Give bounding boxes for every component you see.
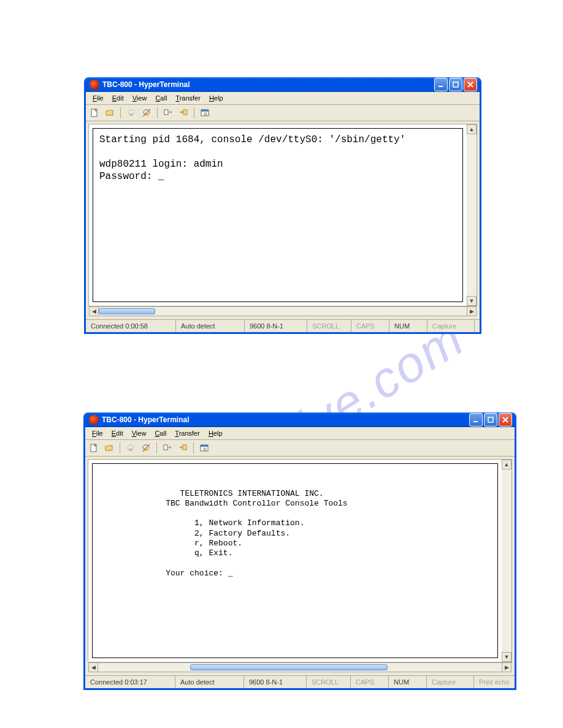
status-connected: Connected 0:03:17: [85, 676, 175, 688]
status-port: 9600 8-N-1: [245, 320, 307, 332]
toolbar-divider: [157, 107, 158, 118]
menubar: File Edit View Call Transfer Help: [86, 92, 480, 105]
menu-help[interactable]: Help: [204, 428, 227, 438]
toolbar: [86, 105, 480, 121]
menu-file[interactable]: File: [88, 428, 107, 438]
scroll-up-button[interactable]: ▲: [467, 124, 477, 134]
svg-rect-0: [439, 86, 443, 87]
terminal-output: TELETRONICS INTERNATIONAL INC. TBC Bandw…: [93, 464, 497, 578]
scroll-left-button[interactable]: ◀: [89, 306, 99, 316]
status-num: NUM: [389, 676, 427, 688]
properties-icon[interactable]: [199, 107, 211, 119]
menu-transfer[interactable]: Transfer: [171, 93, 205, 103]
horizontal-scrollbar[interactable]: [98, 662, 502, 672]
svg-rect-13: [473, 421, 478, 422]
horizontal-thumb[interactable]: [99, 308, 155, 314]
svg-rect-24: [201, 445, 208, 447]
window-title: TBC-800 - HyperTerminal: [102, 80, 434, 89]
horizontal-scrollbar[interactable]: [99, 306, 467, 316]
maximize-button[interactable]: [449, 78, 462, 91]
statusbar: Connected 0:03:17 Auto detect 9600 8-N-1…: [85, 675, 515, 688]
menu-help[interactable]: Help: [205, 93, 228, 103]
send-icon[interactable]: [162, 107, 174, 119]
status-printecho: Print echo: [475, 320, 481, 332]
svg-rect-9: [183, 110, 187, 115]
disconnect-icon[interactable]: [140, 442, 152, 454]
receive-icon[interactable]: [177, 442, 189, 454]
titlebar[interactable]: TBC-800 - HyperTerminal: [85, 412, 515, 427]
svg-rect-22: [183, 445, 186, 450]
toolbar-divider: [120, 442, 120, 453]
status-autodetect: Auto detect: [176, 320, 245, 332]
toolbar-divider: [194, 107, 194, 118]
svg-rect-8: [164, 110, 168, 115]
status-caps: CAPS: [351, 320, 389, 332]
connect-icon: [125, 107, 137, 119]
app-icon: [89, 415, 99, 425]
svg-rect-4: [129, 113, 133, 116]
minimize-button[interactable]: [469, 413, 483, 427]
open-icon[interactable]: [103, 442, 115, 454]
svg-rect-11: [201, 110, 209, 112]
open-icon[interactable]: [104, 107, 116, 119]
new-icon[interactable]: [88, 442, 100, 454]
status-port: 9600 8-N-1: [244, 676, 307, 688]
svg-rect-1: [453, 82, 458, 87]
hyperterminal-window-2: TBC-800 - HyperTerminal File Edit View C…: [83, 412, 516, 690]
scroll-down-button[interactable]: ▼: [467, 296, 477, 306]
terminal-area[interactable]: Starting pid 1684, console /dev/ttyS0: '…: [88, 124, 477, 306]
minimize-button[interactable]: [434, 78, 448, 91]
statusbar: Connected 0:00:58 Auto detect 9600 8-N-1…: [86, 319, 480, 332]
menubar: File Edit View Call Transfer Help: [85, 427, 515, 440]
hyperterminal-window-1: TBC-800 - HyperTerminal File Edit View C…: [84, 77, 481, 334]
horizontal-thumb[interactable]: [190, 664, 388, 670]
status-connected: Connected 0:00:58: [86, 320, 176, 332]
close-button[interactable]: [464, 78, 477, 91]
svg-rect-14: [488, 417, 493, 422]
receive-icon[interactable]: [177, 107, 190, 119]
toolbar-divider: [193, 442, 194, 453]
close-button[interactable]: [499, 413, 512, 427]
scroll-right-button[interactable]: ▶: [467, 306, 477, 316]
menu-edit[interactable]: Edit: [107, 428, 128, 438]
status-num: NUM: [389, 320, 427, 332]
scroll-left-button[interactable]: ◀: [88, 662, 98, 672]
menu-file[interactable]: File: [88, 93, 108, 103]
connect-icon: [124, 442, 137, 454]
menu-view[interactable]: View: [128, 428, 151, 438]
send-icon[interactable]: [161, 442, 174, 454]
menu-call[interactable]: Call: [150, 428, 170, 438]
scroll-down-button[interactable]: ▼: [502, 652, 511, 662]
menu-edit[interactable]: Edit: [108, 93, 128, 103]
status-capture: Capture: [427, 320, 475, 332]
status-caps: CAPS: [351, 676, 389, 688]
status-scroll: SCROLL: [307, 676, 351, 688]
vertical-scrollbar[interactable]: [467, 134, 477, 296]
new-icon[interactable]: [88, 107, 101, 119]
maximize-button[interactable]: [484, 413, 497, 427]
menu-view[interactable]: View: [128, 93, 151, 103]
scroll-up-button[interactable]: ▲: [502, 460, 511, 469]
terminal-area[interactable]: TELETRONICS INTERNATIONAL INC. TBC Bandw…: [88, 459, 512, 662]
menu-transfer[interactable]: Transfer: [170, 428, 204, 438]
scroll-right-button[interactable]: ▶: [502, 662, 511, 672]
titlebar[interactable]: TBC-800 - HyperTerminal: [86, 77, 480, 92]
menu-call[interactable]: Call: [151, 93, 171, 103]
status-scroll: SCROLL: [307, 320, 351, 332]
svg-rect-17: [129, 449, 132, 451]
toolbar-divider: [120, 107, 121, 118]
toolbar: [85, 440, 515, 457]
properties-icon[interactable]: [198, 442, 210, 454]
window-title: TBC-800 - HyperTerminal: [102, 415, 469, 424]
svg-rect-21: [164, 445, 167, 450]
vertical-scrollbar[interactable]: [502, 469, 511, 652]
disconnect-icon[interactable]: [140, 107, 153, 119]
toolbar-divider: [156, 442, 157, 453]
terminal-output: Starting pid 1684, console /dev/ttyS0: '…: [93, 129, 462, 183]
status-printecho: Print echo: [474, 676, 515, 688]
status-capture: Capture: [427, 676, 474, 688]
status-autodetect: Auto detect: [175, 676, 244, 688]
app-icon: [90, 80, 99, 89]
